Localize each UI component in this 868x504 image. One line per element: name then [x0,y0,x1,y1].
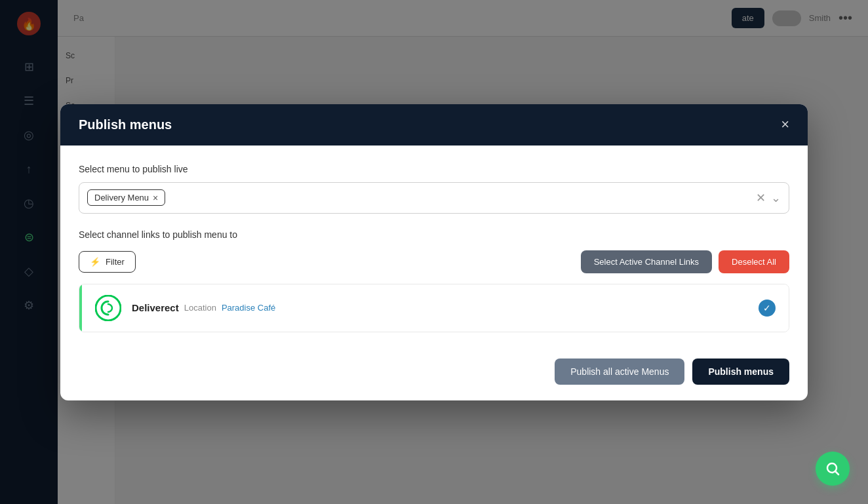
modal-header: Publish menus × [60,104,808,145]
tag-label: Delivery Menu [94,193,149,203]
tag-remove-button[interactable]: × [153,193,158,203]
delivery-menu-tag: Delivery Menu × [87,189,165,206]
modal-close-button[interactable]: × [781,117,789,132]
menu-tag-input[interactable]: Delivery Menu × ✕ ⌄ [79,182,789,214]
channel-list: Deliverect Location Paradise Café ✓ [79,284,789,332]
publish-all-active-menus-button[interactable]: Publish all active Menus [555,359,684,385]
channel-location-value: Paradise Café [222,303,275,313]
channel-location-label: Location [184,303,216,313]
clear-input-icon[interactable]: ✕ [756,191,766,205]
search-fab-button[interactable] [816,452,850,486]
deliverect-logo-icon [95,295,121,321]
filter-button[interactable]: ⚡ Filter [79,251,136,273]
channel-info: Deliverect Location Paradise Café [132,302,748,313]
tag-input-actions: ✕ ⌄ [756,191,781,205]
select-menu-label: Select menu to publish live [79,164,789,174]
modal-title: Publish menus [79,117,172,132]
channel-actions-bar: ⚡ Filter Select Active Channel Links Des… [79,250,789,273]
publish-menus-modal: Publish menus × Select menu to publish l… [60,104,808,400]
svg-point-2 [96,296,121,320]
svg-line-4 [836,472,839,475]
modal-body: Select menu to publish live Delivery Men… [60,145,808,348]
publish-menus-button[interactable]: Publish menus [692,359,789,385]
action-buttons: Select Active Channel Links Deselect All [581,250,789,273]
deselect-all-button[interactable]: Deselect All [719,250,789,273]
filter-label: Filter [106,257,125,267]
modal-overlay: Publish menus × Select menu to publish l… [0,0,868,504]
channel-name: Deliverect [132,302,179,313]
channel-check-icon[interactable]: ✓ [759,300,776,317]
modal-footer: Publish all active Menus Publish menus [60,348,808,400]
dropdown-arrow-icon[interactable]: ⌄ [771,191,781,205]
select-active-channel-links-button[interactable]: Select Active Channel Links [581,250,712,273]
channel-item-deliverect[interactable]: Deliverect Location Paradise Café ✓ [79,284,789,332]
filter-icon: ⚡ [90,257,100,267]
select-channel-label: Select channel links to publish menu to [79,229,789,240]
